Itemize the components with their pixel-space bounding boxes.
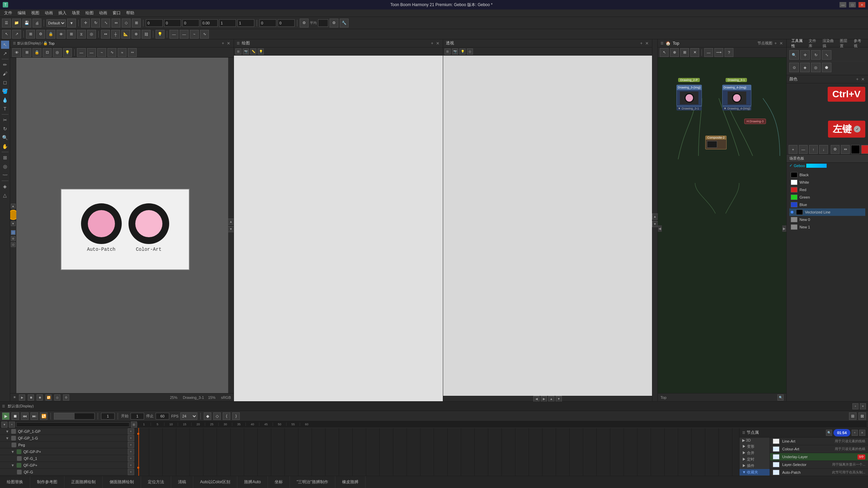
nt-select[interactable]: ↖ [660, 48, 669, 57]
toolbar-num1[interactable] [259, 19, 276, 27]
tb2-ruler[interactable]: 📐 [121, 30, 130, 39]
np-sec-deform[interactable]: 变形 [739, 443, 770, 450]
tool-stroke[interactable]: △ [1, 191, 9, 199]
rv-nav-dn[interactable]: ▼ [556, 396, 562, 402]
btab-5[interactable]: 清稿 [171, 476, 193, 488]
toolbar-tool[interactable]: 🔧 [340, 19, 349, 27]
tl-key3[interactable]: ⟨ [223, 412, 230, 420]
ct-black[interactable] [851, 145, 860, 154]
tb2-more1[interactable]: — [170, 30, 178, 39]
tl-track-search[interactable] [16, 422, 130, 427]
toolbar-rotate[interactable]: ↻ [91, 19, 100, 27]
toolbar-open[interactable]: 📁 [12, 19, 21, 27]
menu-window[interactable]: 窗口 [110, 10, 123, 16]
tool-node[interactable]: ◎ [1, 162, 9, 170]
color-row-new1[interactable]: New 1 [789, 223, 865, 231]
track-add-6[interactable]: + [128, 469, 134, 475]
nt-connect[interactable]: — [704, 48, 713, 57]
render-close-btn[interactable]: ✕ [645, 40, 649, 46]
nt-disconnect[interactable]: ⟶ [714, 48, 723, 57]
drawing-add-btn[interactable]: + [430, 40, 434, 46]
node-error-1[interactable]: H:Drawing-3 [744, 119, 766, 124]
camera-viewport[interactable]: Auto-Patch Color-Art ▲ [16, 58, 234, 393]
ct-add[interactable]: + [789, 145, 797, 154]
track-row-3[interactable]: ▼ QF-GP-P+ + [0, 448, 135, 455]
np-sec-timing[interactable]: 定时 [739, 456, 770, 463]
color-row-black[interactable]: Black [789, 171, 865, 179]
track-arrow-5[interactable]: ▼ [11, 463, 15, 467]
color-row-vecline[interactable]: Vectorized Line [789, 208, 865, 216]
rv-nav-up[interactable]: ▲ [548, 396, 554, 402]
nt-group[interactable]: ⊞ [680, 48, 689, 57]
timeline-playhead[interactable] [138, 428, 139, 476]
track-row-4[interactable]: QF-G_1 + [0, 455, 135, 462]
track-add-1[interactable]: + [128, 435, 134, 441]
tb2-settings[interactable]: ⚙ [36, 30, 45, 39]
drawing-viewport[interactable] [234, 56, 443, 401]
toolbar-print[interactable]: 🖨 [33, 19, 41, 27]
tl-collapse-all[interactable]: ▼ [1, 422, 7, 428]
cam-tb-light[interactable]: 💡 [63, 48, 72, 57]
track-add-0[interactable]: + [128, 428, 134, 434]
tb2-grid[interactable]: ⊞ [67, 30, 76, 39]
tl-add-btn[interactable]: + [852, 403, 859, 409]
tl-rh-close[interactable]: ✕ [859, 430, 865, 436]
tool-eraser[interactable]: ◻ [1, 78, 9, 86]
ct-red[interactable] [861, 145, 868, 154]
btab-1[interactable]: 制作参考图 [30, 476, 64, 488]
camera-close-btn[interactable]: ✕ [226, 40, 231, 46]
tb2-eye[interactable]: 👁 [57, 30, 65, 39]
tl-close-btn[interactable]: ✕ [860, 403, 866, 409]
tl-track-options[interactable]: ⊞ [131, 422, 137, 428]
strip-dn[interactable]: ▼ [652, 221, 658, 227]
color-row-green[interactable]: Green [789, 194, 865, 201]
rv-grid[interactable]: ⊞ [445, 48, 451, 55]
dv-grid[interactable]: ⊞ [235, 48, 241, 55]
track-row-6[interactable]: QF-G + [0, 469, 135, 475]
btab-9[interactable]: "三明治"胳膊制作 [290, 476, 335, 488]
dv-light[interactable]: 💡 [258, 48, 264, 55]
toolbar-scale-x-input[interactable] [219, 19, 236, 27]
vp-nav-right-up[interactable]: ▲ [228, 219, 234, 225]
menu-view[interactable]: 视图 [28, 10, 42, 16]
btab-2[interactable]: 正面胳膊绘制 [64, 476, 103, 488]
tool-eyedrop[interactable]: 💧 [1, 96, 9, 104]
toolbar-angle-input[interactable] [201, 19, 218, 27]
track-arrow-3[interactable]: ▼ [11, 450, 15, 454]
menu-animate[interactable]: 动画 [96, 10, 110, 16]
props-tab-files[interactable]: 文件库 [807, 38, 820, 48]
color-row-new0[interactable]: New 0 [789, 216, 865, 223]
btab-10[interactable]: 橡皮胳膊 [335, 476, 366, 488]
np-sec-3d[interactable]: 3D [739, 438, 770, 443]
minimize-btn[interactable]: — [840, 2, 846, 7]
timeline-frames[interactable] [136, 428, 739, 476]
color-row-blue[interactable]: Blue [789, 201, 865, 208]
tl-loop[interactable]: 🔁 [40, 412, 47, 420]
tool-cut[interactable]: ✂ [1, 116, 9, 124]
dv-ruler[interactable]: 📏 [250, 48, 256, 55]
btab-0[interactable]: 绘图替换 [0, 476, 30, 488]
toolbar-save[interactable]: 💾 [22, 19, 31, 27]
toolbar-settings[interactable]: ⚙ [300, 19, 309, 27]
tool-prop-search[interactable]: 🔍 [789, 50, 799, 60]
strip-up[interactable]: ▲ [652, 214, 658, 220]
cam-tb-m3[interactable]: ~ [97, 48, 106, 57]
avg-input[interactable]: 3 [318, 19, 328, 27]
tb2-sym[interactable]: ⧖ [77, 30, 86, 39]
node-add-btn[interactable]: + [774, 40, 777, 46]
camera-status-stop[interactable]: ⏹ [28, 394, 34, 401]
cam-tb-grid[interactable]: ⊞ [22, 48, 31, 57]
maximize-btn[interactable]: □ [849, 2, 856, 7]
np-sec-plugin[interactable]: 插件 [739, 463, 770, 469]
tb2-more3[interactable]: ~ [190, 30, 199, 39]
cam-tb-lock[interactable]: 🔒 [33, 48, 41, 57]
tool-pan[interactable]: ✋ [1, 142, 9, 150]
tb2-lock[interactable]: 🔒 [46, 30, 55, 39]
tool-prop-move[interactable]: ✛ [800, 50, 810, 60]
menu-edit[interactable]: 编辑 [15, 10, 28, 16]
props-tab-render[interactable]: 渲染曲搞 [821, 38, 837, 48]
toolbar-scale-y-input[interactable] [237, 19, 254, 27]
node-box-2[interactable]: Drawing_4-(Img) ▼ Drawing_4-(Img) [722, 85, 751, 110]
toolbar-skew[interactable]: ◇ [122, 19, 131, 27]
track-arrow-0[interactable]: ▼ [5, 429, 9, 433]
